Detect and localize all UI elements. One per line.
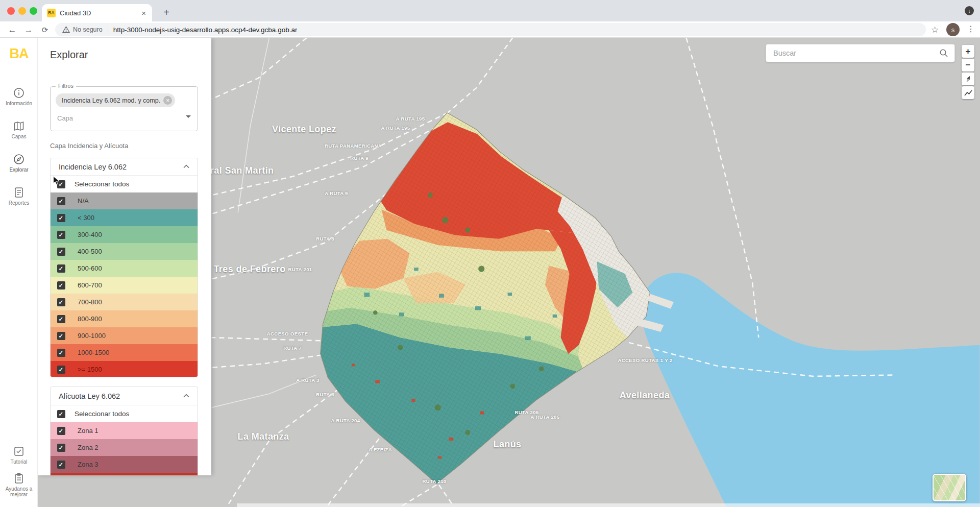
map-art	[211, 38, 980, 507]
route-label: A RUTA 3	[296, 377, 320, 383]
route-label: RUTA 3	[316, 392, 334, 397]
legend-row-partial[interactable]	[51, 473, 198, 475]
report-document-icon	[13, 186, 25, 199]
route-label: ACCESO RUTAS 1 Y 2	[618, 357, 673, 363]
select-all-row[interactable]: Seleccionar todos	[51, 405, 198, 422]
route-label: A EZEIZA	[369, 447, 392, 452]
forward-button[interactable]: →	[22, 24, 35, 36]
legend-row[interactable]: < 300	[51, 209, 198, 226]
explorar-panel: Explorar Filtros Incidencia Ley 6.062 mo…	[38, 38, 211, 475]
not-secure-warning-icon	[62, 26, 70, 33]
route-label: A RUTA 195	[396, 116, 425, 122]
place-label: Tres de Febrero	[213, 264, 285, 275]
legend-row[interactable]: 300-400	[51, 226, 198, 243]
place-label: Lanús	[493, 439, 521, 450]
legend-row[interactable]: Zona 1	[51, 422, 198, 439]
info-icon	[13, 87, 25, 99]
chevron-up-icon[interactable]	[181, 391, 191, 401]
incidencia-header[interactable]: Incidencia Ley 6.062	[51, 158, 198, 176]
alicuota-card: Alícuota Ley 6.062 Seleccionar todos Zon…	[50, 387, 198, 475]
legend-row[interactable]: 400-500	[51, 243, 198, 260]
checkbox[interactable]	[57, 332, 65, 340]
filter-chip[interactable]: Incidencia Ley 6.062 mod. y comp. ×	[56, 93, 175, 107]
checkbox[interactable]	[57, 427, 65, 435]
checkbox[interactable]	[57, 197, 65, 205]
browser-tab-bar: BA Ciudad 3D × + ↓	[0, 0, 980, 21]
select-all-row[interactable]: Seleccionar todos	[51, 176, 198, 192]
ba-logo[interactable]: BA	[0, 46, 38, 62]
sidebar-item-reportes[interactable]: Reportes	[0, 186, 38, 206]
legend-row[interactable]: 500-600	[51, 260, 198, 277]
legend-row[interactable]: 600-700	[51, 277, 198, 294]
chart-tool-button[interactable]	[962, 86, 974, 99]
checkbox[interactable]	[57, 248, 65, 256]
attribution-bar	[237, 503, 980, 507]
checkbox[interactable]	[57, 366, 65, 374]
filters-select[interactable]: Filtros Incidencia Ley 6.062 mod. y comp…	[50, 86, 198, 131]
compass-button[interactable]	[962, 73, 974, 85]
tutorial-icon	[13, 445, 25, 457]
place-label: Vicente Lopez	[272, 124, 336, 135]
legend-row[interactable]: >= 1500	[51, 361, 198, 377]
url-bar[interactable]: No seguro http-3000-nodejs-usig-desarrol…	[55, 23, 926, 36]
browser-toolbar: ← → ⟳ No seguro http-3000-nodejs-usig-de…	[0, 21, 980, 38]
reload-button[interactable]: ⟳	[39, 24, 51, 36]
capa-placeholder[interactable]: Capa	[57, 114, 73, 122]
map-search-box[interactable]	[766, 44, 955, 62]
browser-tab[interactable]: BA Ciudad 3D ×	[42, 4, 152, 21]
zoom-in-button[interactable]: +	[962, 45, 974, 58]
search-icon[interactable]	[939, 49, 948, 58]
feedback-clipboard-icon	[13, 472, 25, 485]
checkbox[interactable]	[57, 410, 65, 418]
url-text: http-3000-nodejs-usig-desarrollo.apps.oc…	[113, 26, 298, 34]
new-tab-button[interactable]: +	[159, 5, 174, 19]
close-tab-icon[interactable]: ×	[140, 9, 147, 17]
route-label: RUTA 201	[288, 267, 312, 272]
panel-title: Explorar	[50, 49, 88, 61]
legend-row[interactable]: N/A	[51, 192, 198, 209]
app-sidebar: BA Información Capas Explorar Repor	[0, 38, 38, 507]
zoom-out-button[interactable]: −	[962, 59, 974, 71]
chip-close-icon[interactable]: ×	[163, 96, 172, 105]
route-label: A RUTA 195	[381, 125, 410, 131]
place-label: eral San Martin	[205, 165, 274, 176]
legend-row[interactable]: 800-900	[51, 310, 198, 327]
maximize-window-icon[interactable]	[30, 7, 37, 15]
bookmark-star-icon[interactable]: ☆	[931, 25, 939, 35]
legend-row[interactable]: 1000-1500	[51, 344, 198, 361]
browser-update-icon[interactable]: ↓	[965, 6, 974, 15]
legend-row[interactable]: 900-1000	[51, 327, 198, 344]
close-window-icon[interactable]	[7, 7, 15, 15]
checkbox[interactable]	[57, 298, 65, 306]
checkbox[interactable]	[57, 214, 65, 222]
profile-avatar[interactable]: s	[946, 23, 960, 36]
back-button[interactable]: ←	[6, 24, 18, 36]
checkbox[interactable]	[57, 444, 65, 452]
checkbox[interactable]	[57, 349, 65, 357]
minimap[interactable]	[933, 474, 966, 501]
chevron-up-icon[interactable]	[181, 162, 191, 172]
browser-menu-icon[interactable]: ⋮	[967, 24, 975, 34]
checkbox[interactable]	[57, 461, 65, 469]
alicuota-header[interactable]: Alícuota Ley 6.062	[51, 387, 198, 405]
legend-row[interactable]: 700-800	[51, 294, 198, 310]
sidebar-item-capas[interactable]: Capas	[0, 120, 38, 139]
security-label: No seguro	[73, 26, 103, 33]
checkbox[interactable]	[57, 264, 65, 273]
chevron-down-icon[interactable]	[186, 115, 191, 118]
search-input[interactable]	[772, 49, 939, 58]
legend-row[interactable]: Zona 3	[51, 456, 198, 473]
checkbox[interactable]	[57, 231, 65, 239]
route-label: A RUTA 205	[531, 414, 560, 420]
minimize-window-icon[interactable]	[18, 7, 26, 15]
legend-row[interactable]: Zona 2	[51, 439, 198, 456]
mouse-cursor	[52, 176, 62, 186]
checkbox[interactable]	[57, 281, 65, 289]
checkbox[interactable]	[57, 315, 65, 323]
incidencia-card: Incidencia Ley 6.062 Seleccionar todos N…	[50, 158, 198, 377]
sidebar-item-tutorial[interactable]: Tutorial	[0, 445, 38, 465]
sidebar-item-informacion[interactable]: Información	[0, 87, 38, 106]
url-divider	[108, 26, 108, 33]
sidebar-item-explorar[interactable]: Explorar	[0, 153, 38, 173]
sidebar-item-ayudanos[interactable]: Ayudanos a mejorar	[0, 472, 38, 497]
